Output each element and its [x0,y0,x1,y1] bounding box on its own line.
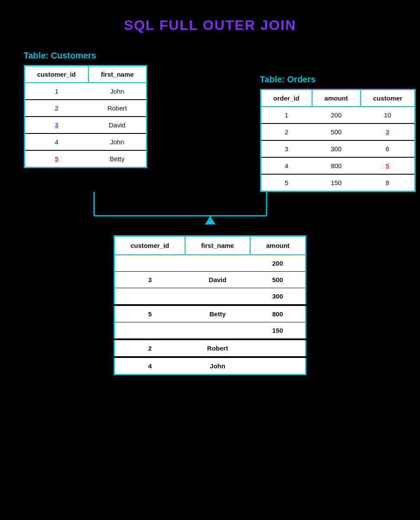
orders-table: order_id amount customer 120010250033300… [260,89,416,192]
result-first-name-cell [185,255,250,272]
table-row: 4John [24,133,147,150]
result-customer-id-cell [114,255,185,272]
orders-col-amount: amount [312,90,361,107]
result-customer-id-cell: 3 [114,272,185,288]
result-col-first-name: first_name [185,236,250,255]
table-row: 150 [114,322,306,340]
result-customer-id-cell: 5 [114,305,185,322]
customer-ref-cell: 6 [361,140,415,157]
result-col-customer-id: customer_id [114,236,185,255]
table-row: 25003 [260,124,415,140]
result-first-name-cell: John [185,357,250,375]
table-row: 1John [24,83,147,100]
result-first-name-cell: David [185,272,250,288]
top-area: Table: Customers customer_id first_name … [24,51,397,231]
result-customer-id-cell [114,288,185,306]
result-amount-cell: 500 [250,272,306,288]
customer-ref-cell: 10 [361,107,415,124]
result-first-name-cell [185,322,250,340]
orders-table-section: Table: Orders order_id amount customer 1… [260,75,416,192]
tables-row: Table: Customers customer_id first_name … [24,51,397,192]
orders-col-customer: customer [361,90,415,107]
first-name-cell: John [88,83,147,100]
amount-cell: 800 [312,157,361,174]
amount-cell: 200 [312,107,361,124]
result-col-amount: amount [250,236,306,255]
customer-ref-cell: 5 [361,157,415,174]
result-amount-cell: 800 [250,305,306,322]
order-id-cell: 2 [260,124,312,140]
connector-lines [24,192,397,231]
result-customer-id-cell: 4 [114,357,185,375]
amount-cell: 500 [312,124,361,140]
table-row: 4John [114,357,306,375]
first-name-cell: John [88,133,147,150]
order-id-cell: 5 [260,174,312,192]
table-row: 2Robert [114,339,306,357]
result-amount-cell: 200 [250,255,306,272]
customer-id-cell: 3 [24,117,88,133]
amount-cell: 150 [312,174,361,192]
order-id-cell: 4 [260,157,312,174]
orders-table-label: Table: Orders [260,75,416,84]
result-customer-id-cell [114,322,185,340]
customers-table-section: Table: Customers customer_id first_name … [24,51,147,168]
result-amount-cell: 300 [250,288,306,306]
result-first-name-cell: Betty [185,305,250,322]
customers-col-first-name: first_name [88,66,147,83]
table-row: 3David500 [114,272,306,288]
table-row: 200 [114,255,306,272]
table-row: 33006 [260,140,415,157]
first-name-cell: Betty [88,150,147,168]
svg-marker-4 [205,216,215,224]
customer-id-cell: 4 [24,133,88,150]
result-customer-id-cell: 2 [114,339,185,357]
result-amount-cell [250,339,306,357]
page-title: SQL FULL OUTER JOIN [124,17,296,33]
first-name-cell: Robert [88,100,147,117]
result-table: customer_id first_name amount 2003David5… [114,235,306,375]
table-row: 5Betty800 [114,305,306,322]
customers-col-customer-id: customer_id [24,66,88,83]
table-row: 300 [114,288,306,306]
result-first-name-cell: Robert [185,339,250,357]
table-row: 120010 [260,107,415,124]
first-name-cell: David [88,117,147,133]
order-id-cell: 1 [260,107,312,124]
order-id-cell: 3 [260,140,312,157]
customers-table: customer_id first_name 1John2Robert3Davi… [24,65,147,168]
result-amount-cell [250,357,306,375]
customers-table-label: Table: Customers [24,51,147,61]
table-row: 48005 [260,157,415,174]
orders-col-order-id: order_id [260,90,312,107]
table-row: 3David [24,117,147,133]
table-row: 51508 [260,174,415,192]
customer-id-cell: 5 [24,150,88,168]
amount-cell: 300 [312,140,361,157]
table-row: 2Robert [24,100,147,117]
customer-id-cell: 2 [24,100,88,117]
customer-ref-cell: 8 [361,174,415,192]
table-row: 5Betty [24,150,147,168]
result-amount-cell: 150 [250,322,306,340]
result-section: customer_id first_name amount 2003David5… [114,235,306,375]
customer-id-cell: 1 [24,83,88,100]
result-first-name-cell [185,288,250,306]
customer-ref-cell: 3 [361,124,415,140]
